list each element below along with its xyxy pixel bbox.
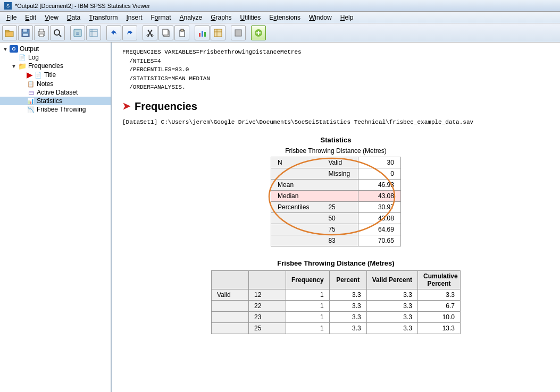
row3-vpct: 3.3 (366, 311, 417, 322)
freq-header-frequency: Frequency (286, 270, 329, 289)
data-editor-button[interactable] (86, 25, 101, 40)
valid-group-label: Valid (211, 289, 248, 300)
statistics-section: Statistics Frisbee Throwing Distance (Me… (122, 136, 549, 246)
title-red-arrow: ▶ (27, 71, 32, 79)
output-button[interactable] (231, 25, 246, 40)
frequencies-label: Frequencies (28, 62, 63, 70)
find-button[interactable] (50, 25, 65, 40)
sidebar-item-log[interactable]: 📄 Log (0, 53, 111, 62)
syntax-line-4: /STATISTICS=MEAN MEDIAN (122, 74, 549, 83)
mean-value: 46.93 (358, 179, 400, 190)
table-row: 22 1 3.3 3.3 6.7 (211, 300, 460, 311)
svg-rect-7 (39, 34, 44, 37)
table-row: N Valid 30 (271, 157, 401, 168)
frequency-table: Frequency Percent Valid Percent Cumulati… (211, 270, 461, 334)
freq-header-value (248, 270, 286, 289)
expand-arrow-frequencies[interactable]: ▼ (11, 63, 17, 69)
sidebar-item-title[interactable]: ▶ 📄 Title (0, 70, 111, 80)
svg-rect-6 (39, 29, 44, 32)
menu-insert[interactable]: Insert (122, 13, 146, 22)
row2-value: 22 (248, 300, 286, 311)
export-button[interactable]: ≡ (70, 25, 85, 40)
title-label: Title (44, 71, 56, 79)
statistics-label: Statistics (37, 97, 62, 105)
content-area[interactable]: FREQUENCIES VARIABLES=FrisbeeThrowingDis… (112, 42, 560, 392)
freq-header-group (211, 270, 248, 289)
svg-rect-4 (23, 33, 28, 36)
syntax-line-1: FREQUENCIES VARIABLES=FrisbeeThrowingDis… (122, 48, 549, 57)
open-button[interactable] (2, 25, 17, 40)
svg-rect-1 (5, 30, 9, 32)
frisbee-icon: 📉 (27, 106, 35, 113)
active-dataset-icon: 🗃 (27, 89, 35, 96)
row2-vpct: 3.3 (366, 300, 417, 311)
mean-label: Mean (271, 179, 358, 190)
p25-label: 25 (315, 201, 358, 212)
row4-value: 25 (248, 322, 286, 334)
table-row: 75 64.69 (271, 224, 401, 235)
n-valid-value: 30 (358, 157, 400, 168)
save-button[interactable] (18, 25, 33, 40)
sidebar-item-frequencies[interactable]: ▼ 📁 Frequencies (0, 62, 111, 70)
row3-pct: 3.3 (329, 311, 366, 322)
redo-button[interactable] (122, 25, 137, 40)
sidebar-item-active-dataset[interactable]: 🗃 Active Dataset (0, 88, 111, 97)
menu-graphs[interactable]: Graphs (206, 13, 236, 22)
sidebar-item-frisbee[interactable]: 📉 Frisbee Throwing (0, 105, 111, 114)
sidebar[interactable]: ▼ O Output 📄 Log ▼ 📁 Frequencies ▶ 📄 Tit… (0, 42, 112, 392)
table-row: 83 70.65 (271, 235, 401, 246)
log-label: Log (28, 54, 39, 61)
menu-data[interactable]: Data (63, 13, 85, 22)
menu-edit[interactable]: Edit (21, 13, 40, 22)
svg-rect-12 (90, 29, 97, 37)
svg-text:≡: ≡ (76, 30, 79, 36)
row2-freq: 1 (286, 300, 329, 311)
valid-sublabel: Valid (315, 157, 358, 168)
paste-button[interactable] (174, 25, 189, 40)
frequency-section: Frisbee Throwing Distance (Metres) Frequ… (122, 259, 549, 334)
title-icon: 📄 (34, 71, 43, 79)
menu-extensions[interactable]: Extensions (265, 13, 305, 22)
add-button[interactable] (251, 25, 266, 40)
menu-window[interactable]: Window (305, 13, 336, 22)
expand-arrow-output[interactable]: ▼ (2, 46, 9, 52)
menu-view[interactable]: View (40, 13, 63, 22)
percentiles-label: Percentiles (271, 201, 316, 212)
menu-utilities[interactable]: Utilities (236, 13, 265, 22)
svg-line-9 (59, 35, 61, 37)
svg-point-8 (54, 30, 60, 35)
pivot-table-button[interactable] (211, 25, 225, 40)
cut-button[interactable] (143, 25, 157, 40)
sidebar-item-statistics[interactable]: 📊 Statistics (0, 97, 111, 105)
syntax-line-5: /ORDER=ANALYSIS. (122, 83, 549, 92)
menu-help[interactable]: Help (336, 13, 358, 22)
syntax-block: FREQUENCIES VARIABLES=FrisbeeThrowingDis… (122, 48, 549, 92)
menu-analyze[interactable]: Analyze (175, 13, 207, 22)
p50-value: 43.08 (358, 212, 400, 224)
freq-red-arrow: ➤ (122, 100, 130, 112)
menu-format[interactable]: Format (147, 13, 175, 22)
row3-freq: 1 (286, 311, 329, 322)
table-row: Mean 46.93 (271, 179, 401, 190)
print-button[interactable] (34, 25, 49, 40)
toolbar: ≡ (0, 23, 560, 42)
frequencies-folder-icon: 📁 (18, 62, 27, 70)
p75-label: 75 (315, 224, 358, 235)
row1-vpct: 3.3 (366, 289, 417, 300)
frisbee-label: Frisbee Throwing (37, 106, 86, 113)
active-dataset-label: Active Dataset (37, 89, 78, 96)
row2-cum: 6.7 (418, 300, 461, 311)
sidebar-item-output[interactable]: ▼ O Output (0, 45, 111, 53)
menu-transform[interactable]: Transform (85, 13, 122, 22)
sidebar-item-notes[interactable]: 📋 Notes (0, 80, 111, 88)
undo-button[interactable] (106, 25, 121, 40)
statistics-subtitle: Frisbee Throwing Distance (Metres) (122, 147, 549, 155)
median-value: 43.08 (358, 190, 400, 201)
row4-cum: 13.3 (418, 322, 461, 334)
svg-rect-22 (181, 29, 183, 31)
row1-cum: 3.3 (418, 289, 461, 300)
copy-button[interactable] (158, 25, 173, 40)
chart-button[interactable] (195, 25, 210, 40)
menu-file[interactable]: File (2, 13, 21, 22)
freq-header-row: Frequency Percent Valid Percent Cumulati… (211, 270, 460, 289)
